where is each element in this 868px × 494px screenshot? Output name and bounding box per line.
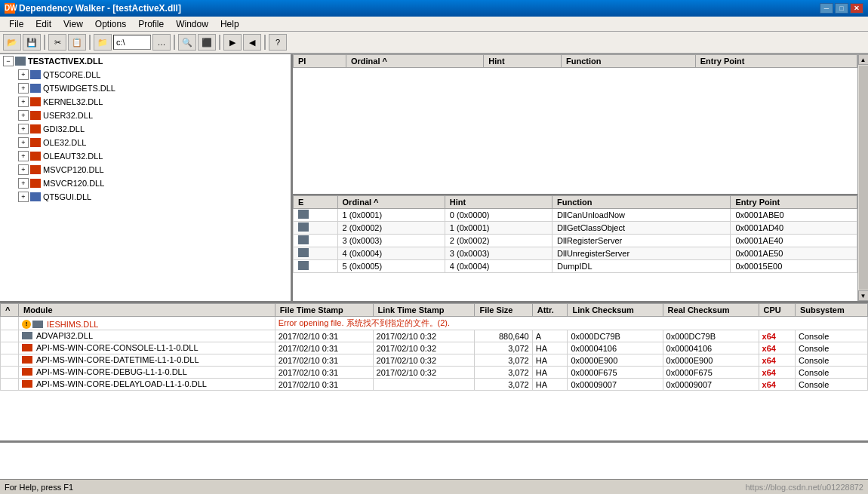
export-cell-e [294, 222, 338, 235]
export-cell-e [294, 209, 338, 222]
module-col-module[interactable]: Module [19, 304, 275, 317]
export-col-ordinal[interactable]: Ordinal ^ [337, 196, 445, 209]
export-col-entrypoint[interactable]: Entry Point [731, 196, 857, 209]
module-table-row[interactable]: API-MS-WIN-CORE-DATETIME-L1-1-0.DLL2017/… [1, 354, 868, 367]
module-col-fileTime[interactable]: File Time Stamp [275, 304, 373, 317]
menu-item-view[interactable]: View [57, 17, 89, 31]
tree-item-label: KERNEL32.DLL [43, 97, 103, 106]
module-col-subsystem[interactable]: Subsystem [796, 304, 868, 317]
menu-item-profile[interactable]: Profile [132, 17, 170, 31]
toolbar-expand[interactable]: ▶ [223, 34, 242, 51]
tree-item[interactable]: +USER32.DLL [0, 109, 291, 122]
import-col-ordinal[interactable]: Ordinal ^ [346, 55, 483, 68]
export-row-icon [298, 248, 309, 257]
tree-dll-icon [30, 111, 41, 120]
module-table-row[interactable]: !IESHIMS.DLLError opening file. 系统找不到指定的… [1, 317, 868, 330]
export-table-row[interactable]: 1 (0x0001)0 (0x0000)DllCanUnloadNow0x000… [294, 209, 857, 222]
tree-item[interactable]: +QT5CORE.DLL [0, 68, 291, 81]
tree-item[interactable]: +QT5WIDGETS.DLL [0, 81, 291, 95]
scroll-thumb[interactable] [859, 66, 868, 290]
module-col-realChecksum[interactable]: Real Checksum [663, 304, 759, 317]
module-col-cpu[interactable]: CPU [759, 304, 795, 317]
module-cpu: x64 [759, 354, 795, 367]
toolbar-copy[interactable]: 📋 [68, 34, 86, 51]
module-col-linkTime[interactable]: Link Time Stamp [373, 304, 475, 317]
module-file-time: 2017/02/10 0:31 [275, 330, 373, 342]
tree-expand-btn[interactable]: + [18, 151, 29, 161]
toolbar-save[interactable]: 💾 [23, 34, 41, 51]
module-file-size: 3,072 [475, 354, 532, 367]
tree-item[interactable]: +GDI32.DLL [0, 122, 291, 136]
export-col-hint[interactable]: Hint [445, 196, 552, 209]
menu-item-edit[interactable]: Edit [29, 17, 57, 31]
tree-item[interactable]: +OLEAUT32.DLL [0, 149, 291, 163]
export-cell-hint: 1 (0x0001) [445, 222, 552, 235]
maximize-button[interactable]: □ [835, 3, 848, 14]
tree-item[interactable]: +MSVCR120.DLL [0, 176, 291, 190]
toolbar-stop[interactable]: ⬛ [198, 34, 216, 51]
module-icon-cell: !IESHIMS.DLL [19, 317, 275, 330]
tree-expand-btn[interactable]: + [18, 192, 29, 202]
module-table-row[interactable]: API-MS-WIN-CORE-DEBUG-L1-1-0.DLL2017/02/… [1, 367, 868, 379]
module-col-sort[interactable]: ^ [1, 304, 19, 317]
tree-item[interactable]: +OLE32.DLL [0, 136, 291, 149]
tree-expand-btn[interactable]: + [18, 137, 29, 148]
right-scrollbar[interactable]: ▲ ▼ [857, 54, 868, 301]
export-table-row[interactable]: 4 (0x0004)3 (0x0003)DllUnregisterServer0… [294, 247, 857, 260]
tree-expand-btn[interactable]: + [18, 124, 29, 134]
export-col-e[interactable]: E [294, 196, 338, 209]
close-button[interactable]: ✕ [850, 3, 863, 14]
tree-expand-btn[interactable]: + [18, 83, 29, 94]
module-col-linkChecksum[interactable]: Link Checksum [568, 304, 663, 317]
toolbar-find[interactable]: 🔍 [178, 34, 196, 51]
module-col-attr[interactable]: Attr. [532, 304, 568, 317]
tree-item[interactable]: +MSVCP120.DLL [0, 163, 291, 176]
export-table-row[interactable]: 2 (0x0002)1 (0x0001)DllGetClassObject0x0… [294, 222, 857, 235]
module-link-checksum: 0x0000E900 [568, 354, 663, 367]
export-col-function[interactable]: Function [553, 196, 731, 209]
tree-expand-btn[interactable]: + [18, 69, 29, 80]
toolbar-open[interactable]: 📁 [94, 34, 112, 51]
menu-item-help[interactable]: Help [214, 17, 245, 31]
module-col-fileSize[interactable]: File Size [475, 304, 532, 317]
status-bar: For Help, press F1 https://blog.csdn.net… [0, 479, 868, 494]
scroll-up[interactable]: ▲ [858, 54, 869, 65]
export-panel: E Ordinal ^ Hint Function Entry Point 1 … [293, 195, 857, 301]
tree-item[interactable]: −TESTACTIVEX.DLL [0, 54, 291, 68]
tree-expand-btn[interactable]: + [18, 110, 29, 121]
tree-expand-btn[interactable]: − [3, 56, 14, 66]
import-col-entrypoint[interactable]: Entry Point [695, 55, 857, 68]
module-sort-cell [1, 367, 19, 379]
scroll-down[interactable]: ▼ [858, 290, 869, 301]
export-cell-function: DumpIDL [553, 260, 731, 273]
toolbar-browse[interactable]: … [152, 34, 171, 51]
toolbar-new[interactable]: 📂 [3, 34, 21, 51]
module-real-checksum: 0x0000E900 [663, 354, 759, 367]
tree-item[interactable]: +QT5GUI.DLL [0, 190, 291, 204]
tree-expand-btn[interactable]: + [18, 97, 29, 107]
export-cell-e [294, 235, 338, 247]
tree-panel[interactable]: −TESTACTIVEX.DLL+QT5CORE.DLL+QT5WIDGETS.… [0, 54, 293, 301]
export-table-row[interactable]: 5 (0x0005)4 (0x0004)DumpIDL0x00015E00 [294, 260, 857, 273]
menu-item-window[interactable]: Window [170, 17, 214, 31]
import-col-hint[interactable]: Hint [484, 55, 562, 68]
export-cell-entryPoint: 0x0001AE50 [731, 247, 857, 260]
tree-expand-btn[interactable]: + [18, 178, 29, 189]
path-input[interactable] [113, 35, 151, 50]
tree-dll-icon [30, 84, 41, 93]
export-table-row[interactable]: 3 (0x0003)2 (0x0002)DllRegisterServer0x0… [294, 235, 857, 247]
toolbar-cut[interactable]: ✂ [48, 34, 66, 51]
menu-item-file[interactable]: File [3, 17, 29, 31]
minimize-button[interactable]: ─ [820, 3, 833, 14]
toolbar-help[interactable]: ? [269, 34, 287, 51]
toolbar-collapse[interactable]: ◀ [243, 34, 261, 51]
menu-item-options[interactable]: Options [89, 17, 132, 31]
tree-expand-btn[interactable]: + [18, 164, 29, 175]
module-table-row[interactable]: ADVAPI32.DLL2017/02/10 0:312017/02/10 0:… [1, 330, 868, 342]
import-col-pi[interactable]: PI [294, 55, 346, 68]
import-col-function[interactable]: Function [562, 55, 696, 68]
module-table-row[interactable]: API-MS-WIN-CORE-DELAYLOAD-L1-1-0.DLL2017… [1, 379, 868, 391]
module-table-row[interactable]: API-MS-WIN-CORE-CONSOLE-L1-1-0.DLL2017/0… [1, 342, 868, 354]
tree-item[interactable]: +KERNEL32.DLL [0, 95, 291, 109]
module-section: ^ModuleFile Time StampLink Time StampFil… [0, 303, 868, 443]
